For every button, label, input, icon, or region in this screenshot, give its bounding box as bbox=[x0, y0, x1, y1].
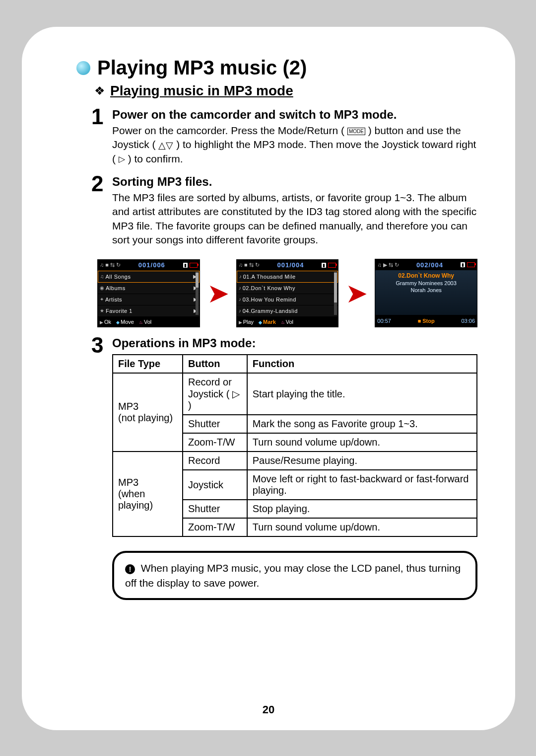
cell-filetype: MP3 (when playing) bbox=[113, 452, 183, 536]
counter: 001/004 bbox=[262, 261, 320, 269]
note-text: When playing MP3 music, you may close th… bbox=[125, 562, 461, 588]
nowplaying-title: 02.Don`t Know Why bbox=[375, 272, 477, 279]
step-1-text: Power on the camcorder. Press the Mode/R… bbox=[112, 124, 477, 166]
status-icons: ♫ ■ ⇆ ↻ bbox=[100, 262, 121, 268]
time-elapsed: 00:57 bbox=[377, 318, 391, 324]
lcd-screenshot-menu: ♫ ■ ⇆ ↻ 001/006 ▮ ♫All Songs▶ ◉Albums▶ ✦… bbox=[97, 259, 200, 327]
step-3: 3 Operations in MP3 mode: File Type Butt… bbox=[91, 336, 477, 600]
card-badge: ▮ bbox=[322, 263, 326, 268]
cell-button: Joystick bbox=[183, 470, 247, 500]
subtitle-row: ❖ Playing music in MP3 mode bbox=[94, 83, 477, 99]
cell-filetype: MP3 (not playing) bbox=[113, 373, 183, 452]
text: Power on the camcorder. Press the Mode/R… bbox=[112, 125, 344, 136]
lcd-screenshot-songlist: ♫ ■ ⇆ ↻ 001/004 ▮ ♪01.A Thousand Mile ♪0… bbox=[236, 259, 339, 327]
time-total: 03:06 bbox=[461, 318, 475, 324]
hint-move: Move bbox=[116, 319, 134, 325]
scrollbar bbox=[334, 272, 337, 315]
diamond-icon: ❖ bbox=[94, 85, 105, 97]
status-icons: ♫ ■ ⇆ ↻ bbox=[239, 262, 260, 268]
hint-mark: Mark bbox=[259, 319, 276, 325]
cell-function: Stop playing. bbox=[247, 500, 477, 518]
operations-table: File Type Button Function MP3 (not playi… bbox=[112, 354, 477, 537]
menu-item: ★Favorite 1▶ bbox=[98, 305, 200, 317]
arrow-right-icon: ➤ bbox=[345, 280, 368, 306]
page-number: 20 bbox=[22, 703, 515, 716]
step-3-title: Operations in MP3 mode: bbox=[112, 336, 477, 350]
scrollbar bbox=[196, 272, 199, 315]
step-2-title: Sorting MP3 files. bbox=[112, 175, 477, 189]
col-function: Function bbox=[247, 355, 477, 373]
cell-function: Pause/Resume playing. bbox=[247, 452, 477, 470]
song-item: ♪03.How You Remind bbox=[237, 294, 338, 305]
col-filetype: File Type bbox=[113, 355, 183, 373]
cell-button: Record bbox=[183, 452, 247, 470]
step-number: 1 bbox=[91, 106, 106, 128]
battery-icon bbox=[190, 263, 198, 268]
status-icons: ♫ ▶ ⇆ ↻ bbox=[377, 262, 399, 268]
col-button: Button bbox=[183, 355, 247, 373]
screenshot-row: ♫ ■ ⇆ ↻ 001/006 ▮ ♫All Songs▶ ◉Albums▶ ✦… bbox=[97, 259, 477, 327]
battery-icon bbox=[328, 263, 336, 268]
step-number: 2 bbox=[91, 173, 106, 195]
cell-button: Record or Joystick ( ▷ ) bbox=[183, 373, 247, 415]
menu-item: ♫All Songs▶ bbox=[98, 271, 200, 283]
battery-icon bbox=[467, 262, 475, 267]
mode-return-icon: MODE bbox=[347, 128, 365, 136]
nowplaying-artist: Norah Jones bbox=[375, 287, 477, 293]
note-box: ! When playing MP3 music, you may close … bbox=[112, 551, 477, 600]
step-2-text: The MP3 files are sorted by albums, arti… bbox=[112, 191, 477, 247]
info-icon: ! bbox=[125, 564, 135, 574]
card-badge: ▮ bbox=[461, 262, 465, 267]
cell-button: Shutter bbox=[183, 500, 247, 518]
step-1: 1 Power on the camcorder and switch to M… bbox=[91, 108, 477, 166]
nowplaying-album: Grammy Nominees 2003 bbox=[375, 280, 477, 286]
menu-item: ◉Albums▶ bbox=[98, 283, 200, 294]
cell-function: Start playing the title. bbox=[247, 373, 477, 415]
arrow-right-icon: ➤ bbox=[207, 280, 229, 306]
menu-item: ✦Artists▶ bbox=[98, 294, 200, 305]
hint-ok: Ok bbox=[100, 319, 111, 325]
card-badge: ▮ bbox=[183, 263, 188, 268]
joystick-right-icon: ▷ bbox=[119, 154, 125, 165]
subtitle: Playing music in MP3 mode bbox=[110, 83, 293, 99]
cell-button: Zoom-T/W bbox=[183, 518, 247, 536]
content-card: Playing MP3 music (2) ❖ Playing music in… bbox=[22, 27, 515, 730]
hint-play: Play bbox=[239, 319, 254, 325]
cell-function: Turn sound volume up/down. bbox=[247, 433, 477, 452]
song-item: ♪01.A Thousand Mile bbox=[237, 271, 338, 283]
song-item: ♪04.Grammy-Landslid bbox=[237, 305, 338, 317]
cell-function: Mark the song as Favorite group 1~3. bbox=[247, 415, 477, 433]
cell-button: Shutter bbox=[183, 415, 247, 433]
cell-button: Zoom-T/W bbox=[183, 433, 247, 452]
title-row: Playing MP3 music (2) bbox=[76, 57, 477, 79]
step-1-title: Power on the camcorder and switch to MP3… bbox=[112, 108, 477, 122]
step-2: 2 Sorting MP3 files. The MP3 files are s… bbox=[91, 175, 477, 247]
page: basic operations Playing MP3 music (2) ❖… bbox=[0, 0, 536, 756]
page-title: Playing MP3 music (2) bbox=[97, 57, 307, 79]
joystick-updown-icon: △▽ bbox=[158, 139, 173, 152]
cell-function: Turn sound volume up/down. bbox=[247, 518, 477, 536]
cell-function: Move left or right to fast-backward or f… bbox=[247, 470, 477, 500]
hint-vol: Vol bbox=[281, 319, 293, 325]
counter: 001/006 bbox=[123, 261, 181, 269]
bullet-icon bbox=[76, 61, 90, 75]
lcd-screenshot-nowplaying: ♫ ▶ ⇆ ↻ 002/004 ▮ 02.Don`t Know Why Gram… bbox=[375, 259, 477, 327]
text: ) to confirm. bbox=[128, 153, 183, 164]
counter: 002/004 bbox=[401, 261, 459, 269]
hint-vol: Vol bbox=[139, 319, 151, 325]
step-number: 3 bbox=[91, 334, 106, 356]
song-item: ♪02.Don`t Know Why bbox=[237, 283, 338, 294]
hint-stop: Stop bbox=[418, 318, 435, 324]
